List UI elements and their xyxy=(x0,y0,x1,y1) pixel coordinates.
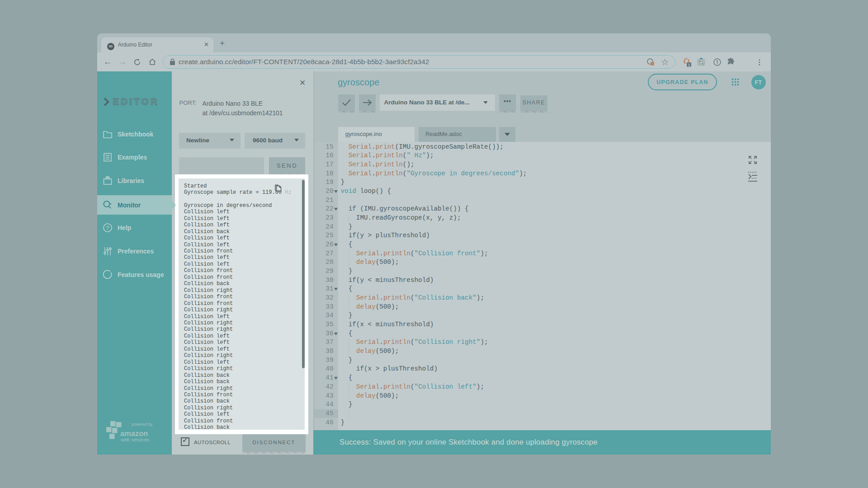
svg-text:?: ? xyxy=(106,225,109,231)
svg-text:web services: web services xyxy=(120,437,150,442)
svg-text:1: 1 xyxy=(688,63,690,67)
svg-text:EDITOR: EDITOR xyxy=(113,96,159,107)
svg-text:amazon: amazon xyxy=(120,429,148,437)
svg-text:∞: ∞ xyxy=(108,43,113,49)
svg-text:powered by: powered by xyxy=(132,422,153,427)
